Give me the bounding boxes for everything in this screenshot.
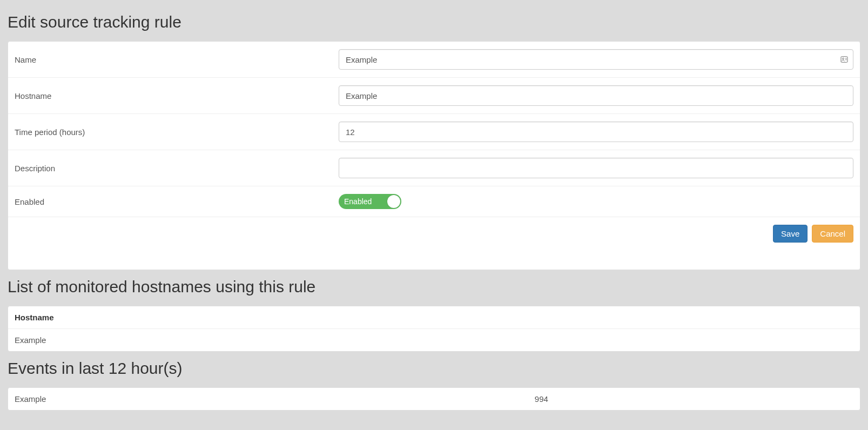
- time-period-label: Time period (hours): [15, 127, 339, 137]
- time-period-input[interactable]: [339, 122, 853, 142]
- save-button[interactable]: Save: [773, 225, 808, 243]
- enabled-label: Enabled: [15, 197, 339, 206]
- form-row-enabled: Enabled Enabled: [8, 186, 860, 217]
- events-table: Example 994: [8, 387, 860, 411]
- events-title: Events in last 12 hour(s): [8, 359, 860, 378]
- contact-card-icon: [839, 55, 849, 64]
- form-row-hostname: Hostname: [8, 78, 860, 114]
- svg-point-1: [843, 58, 844, 59]
- form-button-row: Save Cancel: [8, 217, 860, 270]
- edit-form-panel: Name Hostname T: [8, 41, 860, 270]
- hostnames-row: Example: [8, 329, 860, 351]
- cancel-button[interactable]: Cancel: [812, 225, 853, 243]
- description-label: Description: [15, 164, 339, 173]
- edit-title: Edit source tracking rule: [8, 13, 860, 31]
- enabled-toggle-text: Enabled: [344, 197, 372, 206]
- name-label: Name: [15, 55, 339, 64]
- events-row: Example 994: [8, 388, 860, 410]
- form-row-description: Description: [8, 150, 860, 186]
- hostname-label: Hostname: [15, 91, 339, 100]
- events-hostname-cell: Example: [15, 394, 535, 404]
- form-row-name: Name: [8, 42, 860, 78]
- name-input[interactable]: [339, 49, 853, 70]
- description-input[interactable]: [339, 158, 853, 178]
- hostnames-cell: Example: [15, 335, 46, 345]
- hostnames-table: Hostname Example: [8, 306, 860, 352]
- hostnames-header-row: Hostname: [8, 306, 860, 329]
- form-row-time-period: Time period (hours): [8, 114, 860, 150]
- hostname-input[interactable]: [339, 85, 853, 106]
- events-count-cell: 994: [535, 394, 853, 404]
- hostnames-title: List of monitored hostnames using this r…: [8, 278, 860, 296]
- svg-rect-0: [841, 57, 847, 63]
- toggle-knob: [387, 195, 400, 208]
- hostnames-header-cell: Hostname: [15, 313, 54, 322]
- enabled-toggle[interactable]: Enabled: [339, 194, 401, 209]
